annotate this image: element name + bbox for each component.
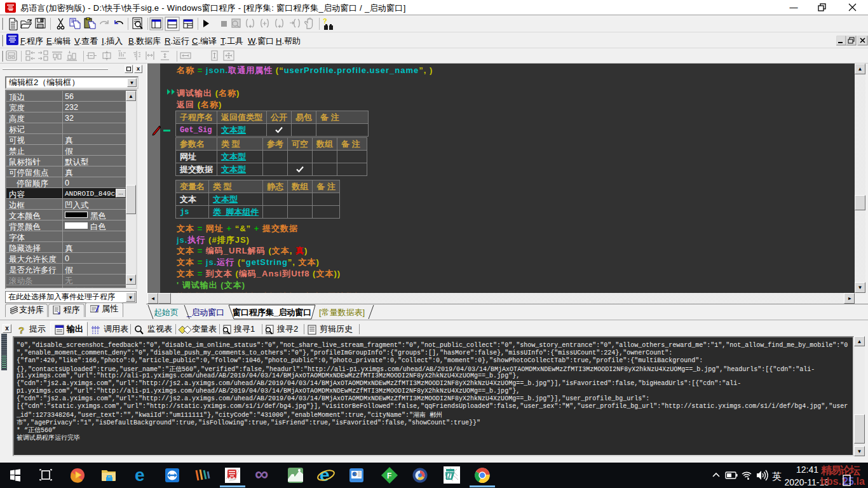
svg-text:?: ? xyxy=(323,17,327,25)
svg-text:∞: ∞ xyxy=(255,463,268,484)
svg-text:12:41: 12:41 xyxy=(796,464,818,475)
svg-text:e: e xyxy=(320,465,330,485)
svg-text:e: e xyxy=(135,465,145,485)
svg-text:?: ? xyxy=(18,325,24,336)
svg-text:.la: .la xyxy=(853,476,865,487)
svg-text:F: F xyxy=(387,471,391,480)
svg-text:英: 英 xyxy=(772,471,782,482)
svg-text:精易论坛: 精易论坛 xyxy=(820,464,860,477)
